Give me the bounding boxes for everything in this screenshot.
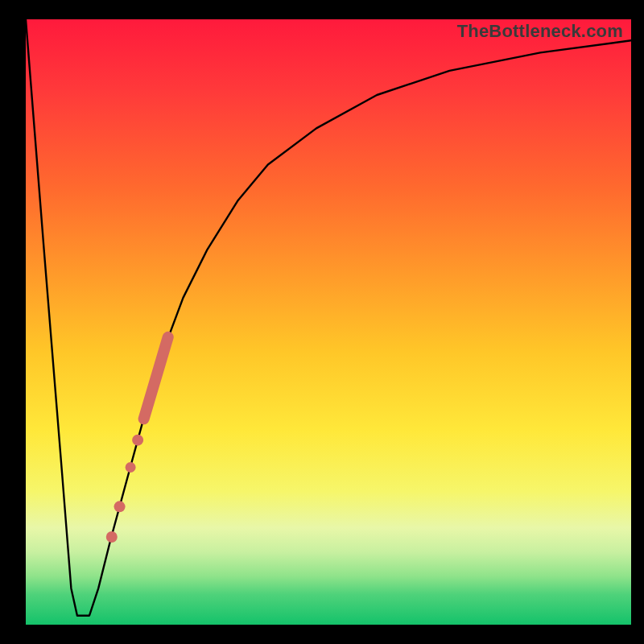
marker-segment (144, 337, 168, 419)
bottleneck-curve (26, 19, 631, 616)
curve-svg (26, 19, 631, 625)
chart-frame: TheBottleneck.com (0, 0, 644, 644)
plot-area: TheBottleneck.com (26, 19, 631, 625)
marker-dot (114, 501, 126, 512)
marker-dot (132, 435, 143, 446)
marker-dot (126, 462, 136, 473)
marker-dot (106, 531, 118, 543)
